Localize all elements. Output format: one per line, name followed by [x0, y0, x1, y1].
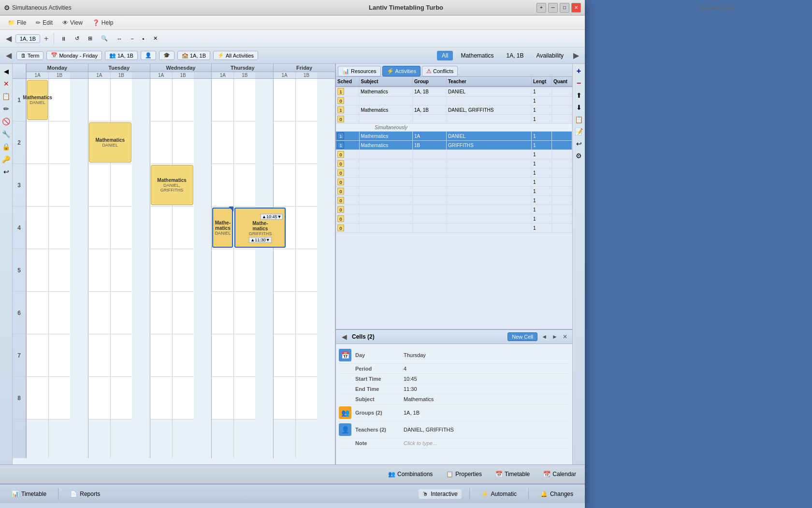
tue-1a-p2[interactable]: Mathematics DANIEL: [88, 121, 110, 164]
thu-1a-p2[interactable]: [212, 121, 233, 164]
wed-1a-p7[interactable]: [150, 334, 172, 377]
tue-1b-p3[interactable]: [111, 164, 132, 207]
table-row[interactable]: 1 Mathematics 1A, 1B DANIEL 1: [336, 87, 572, 96]
table-row[interactable]: 01: [336, 187, 572, 196]
fri-1b-p8[interactable]: [296, 377, 317, 419]
tue-1b-p8[interactable]: [111, 377, 132, 419]
wed-1b-p2[interactable]: [173, 121, 194, 164]
toolbar-btn-refresh[interactable]: ↺: [72, 34, 83, 43]
tue-1a-p4[interactable]: [88, 207, 110, 249]
tue-1a-p3[interactable]: [88, 164, 110, 207]
rs-undo-btn[interactable]: ↩: [574, 138, 584, 149]
tue-1a-p8[interactable]: [88, 377, 110, 419]
rs-down-btn[interactable]: ⬇: [574, 102, 584, 113]
menu-file[interactable]: 📁 File: [4, 18, 30, 28]
mon-1a-p5[interactable]: [27, 249, 48, 292]
nav-tab-availability[interactable]: Availability: [532, 51, 568, 60]
rs-edit-btn[interactable]: 📝: [574, 126, 584, 137]
math-daniel-tue-event[interactable]: Mathematics DANIEL: [89, 122, 131, 163]
nav-forward-btn[interactable]: ▶: [571, 50, 581, 61]
wed-1a-p8[interactable]: [150, 377, 172, 419]
fri-1b-p3[interactable]: [296, 164, 317, 207]
thu-1b-p1[interactable]: [234, 79, 255, 121]
thu-1a-p7[interactable]: [212, 334, 233, 377]
table-row[interactable]: 1 Mathematics 1A DANIEL 1: [336, 132, 572, 141]
mon-1a-p4[interactable]: [27, 207, 48, 249]
term-btn[interactable]: 🗓 Term: [16, 51, 44, 60]
tue-1b-p1[interactable]: [111, 79, 132, 121]
mon-1b-p1[interactable]: [49, 79, 70, 121]
details-nav-prev[interactable]: ◄: [540, 332, 548, 341]
wed-1a-p3[interactable]: Mathematics DANIEL,GRIFFITHS: [150, 164, 172, 207]
wed-1b-p8[interactable]: [173, 377, 194, 419]
wed-1a-p4[interactable]: [150, 207, 172, 249]
mon-1a-p1[interactable]: Mathematics DANIEL: [27, 79, 48, 121]
all-activities-btn[interactable]: ⚡ All Activities: [213, 51, 258, 60]
wed-1a-p1[interactable]: [150, 79, 172, 121]
mon-1b-p4[interactable]: [49, 207, 70, 249]
table-row[interactable]: 01: [336, 159, 572, 168]
table-row[interactable]: 01: [336, 196, 572, 205]
thu-math-1b-event[interactable]: ▲10:45▼ Mathe-matics GRIFFITHS ▲11:30▼: [234, 208, 286, 248]
thu-1b-p3[interactable]: [234, 164, 255, 207]
thu-1b-p6[interactable]: [234, 292, 255, 334]
tab-chip[interactable]: 1A, 1B: [15, 34, 40, 43]
table-row[interactable]: 01: [336, 178, 572, 187]
nav-back-btn[interactable]: ◀: [4, 50, 14, 61]
table-row[interactable]: 01: [336, 224, 572, 233]
thu-1a-p3[interactable]: [212, 164, 233, 207]
fri-1a-p1[interactable]: [274, 79, 295, 121]
mon-1a-p7[interactable]: [27, 334, 48, 377]
rs-add-btn[interactable]: +: [574, 66, 584, 76]
tue-1b-p5[interactable]: [111, 249, 132, 292]
sidebar-lock-icon[interactable]: 🔒: [1, 141, 12, 152]
table-row[interactable]: 1 Mathematics 1B GRIFFITHS 1: [336, 141, 572, 150]
rs-copy-btn[interactable]: 📋: [574, 114, 584, 125]
toolbar-btn-play[interactable]: ⏸: [58, 34, 70, 43]
rs-settings-btn[interactable]: ⚙: [574, 150, 584, 161]
thu-1a-p5[interactable]: [212, 249, 233, 292]
minimize-btn[interactable]: ─: [548, 3, 558, 13]
sidebar-edit-icon[interactable]: ✏: [1, 104, 12, 114]
mon-1b-p3[interactable]: [49, 164, 70, 207]
mon-1b-p6[interactable]: [49, 292, 70, 334]
sidebar-tool-icon[interactable]: 🔧: [1, 129, 12, 139]
thu-1b-p4[interactable]: ▲10:45▼ Mathe-matics GRIFFITHS ▲11:30▼: [234, 207, 255, 249]
sidebar-undo-icon[interactable]: ↩: [1, 166, 12, 177]
rs-remove-btn[interactable]: −: [574, 78, 584, 89]
back-btn[interactable]: ◀: [4, 33, 14, 44]
nav-tab-all[interactable]: All: [437, 51, 453, 60]
tab-calendar[interactable]: 📆 Calendar: [538, 469, 581, 479]
tab-properties[interactable]: 📋 Properties: [441, 469, 487, 479]
thu-1b-p2[interactable]: [234, 121, 255, 164]
tue-1a-p1[interactable]: [88, 79, 110, 121]
wed-1b-p7[interactable]: [173, 334, 194, 377]
fri-1a-p2[interactable]: [274, 121, 295, 164]
sidebar-key-icon[interactable]: 🔑: [1, 154, 12, 164]
menu-help[interactable]: ❓ Help: [88, 18, 117, 28]
status-automatic[interactable]: ⚡ Automatic: [478, 489, 521, 499]
math-griffiths-wed-event[interactable]: Mathematics DANIEL,GRIFFITHS: [151, 165, 193, 205]
wed-1a-p6[interactable]: [150, 292, 172, 334]
add-tab-btn[interactable]: +: [42, 33, 50, 44]
toolbar-btn-square[interactable]: ▪: [139, 34, 148, 43]
thu-math-1a-event[interactable]: Mathe-matics DANIEL: [212, 208, 233, 248]
nav-tab-mathematics[interactable]: Mathematics: [456, 51, 498, 60]
tue-1b-p4[interactable]: [111, 207, 132, 249]
tue-1a-p7[interactable]: [88, 334, 110, 377]
teacher-btn[interactable]: 👤: [141, 51, 156, 60]
new-tab-btn[interactable]: +: [536, 3, 546, 13]
thu-1a-p4[interactable]: Mathe-matics DANIEL: [212, 207, 233, 249]
table-row[interactable]: 01: [336, 168, 572, 178]
status-reports[interactable]: 📄 Reports: [66, 489, 104, 499]
thu-1b-p8[interactable]: [234, 377, 255, 419]
status-interactive[interactable]: 🖱 Interactive: [419, 489, 461, 499]
tue-1a-p6[interactable]: [88, 292, 110, 334]
status-changes[interactable]: 🔔 Changes: [536, 489, 577, 499]
sidebar-block-icon[interactable]: 🚫: [1, 116, 12, 127]
mon-1b-p2[interactable]: [49, 121, 70, 164]
fri-1a-p6[interactable]: [274, 292, 295, 334]
student-btn[interactable]: 🎓: [159, 51, 174, 60]
wed-1b-p5[interactable]: [173, 249, 194, 292]
nav-tab-groups[interactable]: 1A, 1B: [501, 51, 528, 60]
